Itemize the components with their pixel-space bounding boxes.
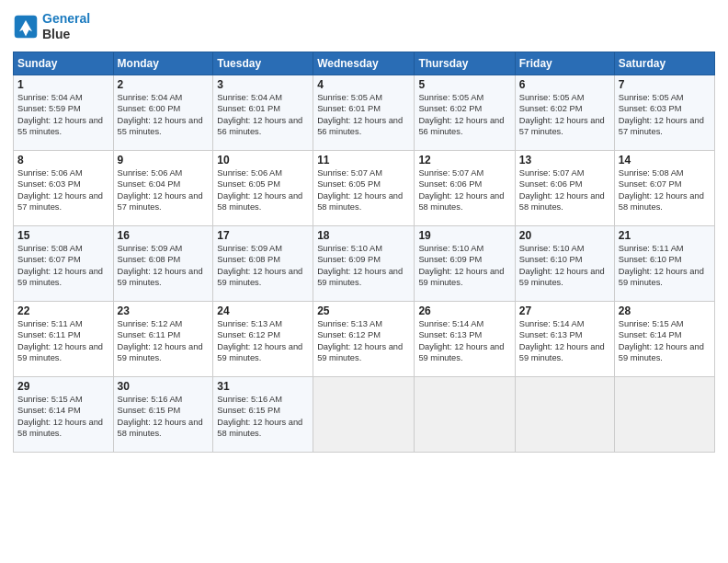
- cell-info: Sunrise: 5:08 AMSunset: 6:07 PMDaylight:…: [17, 244, 103, 288]
- day-number: 1: [17, 78, 109, 91]
- cell-info: Sunrise: 5:04 AMSunset: 6:01 PMDaylight:…: [217, 93, 302, 137]
- cell-info: Sunrise: 5:16 AMSunset: 6:15 PMDaylight:…: [217, 395, 302, 439]
- day-number: 22: [17, 304, 109, 317]
- day-number: 26: [418, 304, 510, 317]
- calendar-cell: 1 Sunrise: 5:04 AMSunset: 5:59 PMDayligh…: [14, 75, 114, 150]
- calendar-cell: 2 Sunrise: 5:04 AMSunset: 6:00 PMDayligh…: [113, 75, 213, 150]
- day-number: 20: [519, 229, 610, 242]
- day-number: 7: [619, 78, 711, 91]
- calendar-cell: 5 Sunrise: 5:05 AMSunset: 6:02 PMDayligh…: [415, 75, 515, 150]
- cell-info: Sunrise: 5:06 AMSunset: 6:04 PMDaylight:…: [118, 168, 203, 213]
- cell-info: Sunrise: 5:05 AMSunset: 6:03 PMDaylight:…: [619, 93, 704, 137]
- calendar-cell: 13 Sunrise: 5:07 AMSunset: 6:06 PMDaylig…: [515, 150, 614, 225]
- cell-info: Sunrise: 5:14 AMSunset: 6:13 PMDaylight:…: [418, 319, 504, 363]
- day-number: 9: [118, 154, 210, 167]
- calendar-cell: 6 Sunrise: 5:05 AMSunset: 6:02 PMDayligh…: [515, 75, 614, 150]
- calendar-cell: [415, 376, 515, 452]
- cell-info: Sunrise: 5:14 AMSunset: 6:13 PMDaylight:…: [519, 319, 605, 363]
- calendar-cell: 10 Sunrise: 5:06 AMSunset: 6:05 PMDaylig…: [213, 150, 313, 225]
- cell-info: Sunrise: 5:13 AMSunset: 6:12 PMDaylight:…: [317, 319, 403, 363]
- page-container: General Blue SundayMondayTuesdayWednesda…: [0, 0, 728, 563]
- cell-info: Sunrise: 5:05 AMSunset: 6:01 PMDaylight:…: [317, 93, 403, 137]
- calendar-cell: 23 Sunrise: 5:12 AMSunset: 6:11 PMDaylig…: [113, 301, 213, 376]
- day-number: 24: [217, 304, 309, 317]
- calendar-cell: 9 Sunrise: 5:06 AMSunset: 6:04 PMDayligh…: [113, 150, 213, 225]
- calendar-cell: [614, 376, 714, 452]
- cell-info: Sunrise: 5:10 AMSunset: 6:09 PMDaylight:…: [317, 244, 403, 288]
- cell-info: Sunrise: 5:09 AMSunset: 6:08 PMDaylight:…: [217, 244, 302, 288]
- day-number: 15: [17, 229, 109, 242]
- calendar-cell: 19 Sunrise: 5:10 AMSunset: 6:09 PMDaylig…: [415, 225, 515, 301]
- day-number: 3: [217, 78, 309, 91]
- day-number: 2: [118, 78, 210, 91]
- cell-info: Sunrise: 5:08 AMSunset: 6:07 PMDaylight:…: [619, 168, 704, 213]
- calendar-week-row: 1 Sunrise: 5:04 AMSunset: 5:59 PMDayligh…: [14, 75, 715, 150]
- cell-info: Sunrise: 5:13 AMSunset: 6:12 PMDaylight:…: [217, 319, 302, 363]
- calendar-cell: [313, 376, 415, 452]
- calendar-cell: 12 Sunrise: 5:07 AMSunset: 6:06 PMDaylig…: [415, 150, 515, 225]
- calendar-cell: 25 Sunrise: 5:13 AMSunset: 6:12 PMDaylig…: [313, 301, 415, 376]
- day-number: 5: [418, 78, 510, 91]
- cell-info: Sunrise: 5:09 AMSunset: 6:08 PMDaylight:…: [118, 244, 203, 288]
- day-number: 21: [619, 229, 711, 242]
- cell-info: Sunrise: 5:07 AMSunset: 6:05 PMDaylight:…: [317, 168, 403, 213]
- day-number: 25: [317, 304, 410, 317]
- calendar-cell: 17 Sunrise: 5:09 AMSunset: 6:08 PMDaylig…: [213, 225, 313, 301]
- day-number: 8: [17, 154, 109, 167]
- cell-info: Sunrise: 5:11 AMSunset: 6:11 PMDaylight:…: [17, 319, 103, 363]
- calendar-header-sunday: Sunday: [14, 52, 114, 75]
- calendar-week-row: 8 Sunrise: 5:06 AMSunset: 6:03 PMDayligh…: [14, 150, 715, 225]
- cell-info: Sunrise: 5:04 AMSunset: 5:59 PMDaylight:…: [17, 93, 103, 137]
- cell-info: Sunrise: 5:15 AMSunset: 6:14 PMDaylight:…: [619, 319, 704, 363]
- calendar-cell: 27 Sunrise: 5:14 AMSunset: 6:13 PMDaylig…: [515, 301, 614, 376]
- calendar-cell: 22 Sunrise: 5:11 AMSunset: 6:11 PMDaylig…: [14, 301, 114, 376]
- cell-info: Sunrise: 5:06 AMSunset: 6:05 PMDaylight:…: [217, 168, 302, 213]
- day-number: 11: [317, 154, 410, 167]
- calendar-cell: 15 Sunrise: 5:08 AMSunset: 6:07 PMDaylig…: [14, 225, 114, 301]
- calendar-cell: 14 Sunrise: 5:08 AMSunset: 6:07 PMDaylig…: [614, 150, 714, 225]
- day-number: 28: [619, 304, 711, 317]
- calendar-week-row: 22 Sunrise: 5:11 AMSunset: 6:11 PMDaylig…: [14, 301, 715, 376]
- calendar-cell: 30 Sunrise: 5:16 AMSunset: 6:15 PMDaylig…: [113, 376, 213, 452]
- day-number: 13: [519, 154, 610, 167]
- calendar-header-thursday: Thursday: [415, 52, 515, 75]
- calendar-header-monday: Monday: [113, 52, 213, 75]
- day-number: 29: [17, 380, 109, 393]
- day-number: 27: [519, 304, 610, 317]
- day-number: 31: [217, 380, 309, 393]
- day-number: 18: [317, 229, 410, 242]
- calendar-table: SundayMondayTuesdayWednesdayThursdayFrid…: [13, 52, 715, 453]
- day-number: 17: [217, 229, 309, 242]
- cell-info: Sunrise: 5:12 AMSunset: 6:11 PMDaylight:…: [118, 319, 203, 363]
- day-number: 23: [118, 304, 210, 317]
- calendar-week-row: 15 Sunrise: 5:08 AMSunset: 6:07 PMDaylig…: [14, 225, 715, 301]
- day-number: 10: [217, 154, 309, 167]
- day-number: 14: [619, 154, 711, 167]
- calendar-cell: 24 Sunrise: 5:13 AMSunset: 6:12 PMDaylig…: [213, 301, 313, 376]
- calendar-header-tuesday: Tuesday: [213, 52, 313, 75]
- cell-info: Sunrise: 5:07 AMSunset: 6:06 PMDaylight:…: [418, 168, 504, 213]
- cell-info: Sunrise: 5:05 AMSunset: 6:02 PMDaylight:…: [519, 93, 605, 137]
- calendar-cell: 8 Sunrise: 5:06 AMSunset: 6:03 PMDayligh…: [14, 150, 114, 225]
- calendar-header-saturday: Saturday: [614, 52, 714, 75]
- logo-icon: [13, 14, 39, 40]
- calendar-cell: 7 Sunrise: 5:05 AMSunset: 6:03 PMDayligh…: [614, 75, 714, 150]
- cell-info: Sunrise: 5:10 AMSunset: 6:10 PMDaylight:…: [519, 244, 605, 288]
- calendar-cell: 16 Sunrise: 5:09 AMSunset: 6:08 PMDaylig…: [113, 225, 213, 301]
- logo-text: General Blue: [42, 11, 90, 42]
- cell-info: Sunrise: 5:11 AMSunset: 6:10 PMDaylight:…: [619, 244, 704, 288]
- day-number: 4: [317, 78, 410, 91]
- cell-info: Sunrise: 5:05 AMSunset: 6:02 PMDaylight:…: [418, 93, 504, 137]
- cell-info: Sunrise: 5:16 AMSunset: 6:15 PMDaylight:…: [118, 395, 203, 439]
- calendar-cell: 29 Sunrise: 5:15 AMSunset: 6:14 PMDaylig…: [14, 376, 114, 452]
- calendar-cell: 21 Sunrise: 5:11 AMSunset: 6:10 PMDaylig…: [614, 225, 714, 301]
- calendar-header-friday: Friday: [515, 52, 614, 75]
- calendar-cell: 20 Sunrise: 5:10 AMSunset: 6:10 PMDaylig…: [515, 225, 614, 301]
- day-number: 12: [418, 154, 510, 167]
- cell-info: Sunrise: 5:07 AMSunset: 6:06 PMDaylight:…: [519, 168, 605, 213]
- calendar-cell: 18 Sunrise: 5:10 AMSunset: 6:09 PMDaylig…: [313, 225, 415, 301]
- calendar-cell: 26 Sunrise: 5:14 AMSunset: 6:13 PMDaylig…: [415, 301, 515, 376]
- calendar-header-row: SundayMondayTuesdayWednesdayThursdayFrid…: [14, 52, 715, 75]
- calendar-header-wednesday: Wednesday: [313, 52, 415, 75]
- day-number: 30: [118, 380, 210, 393]
